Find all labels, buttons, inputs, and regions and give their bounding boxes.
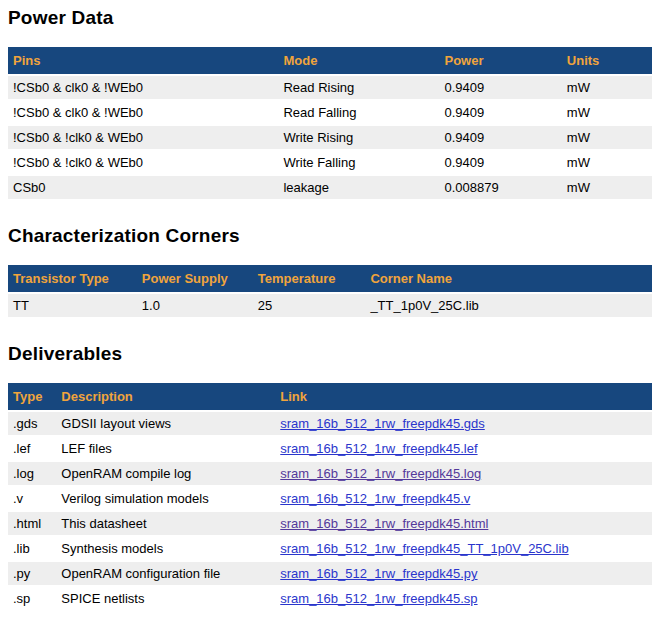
table-row: .pyOpenRAM configuration filesram_16b_51… [8,562,652,585]
section-power-data: Power Data PinsModePowerUnits!CSb0 & clk… [8,7,652,201]
cell: 25 [253,294,366,317]
link-cell: sram_16b_512_1rw_freepdk45.log [275,462,652,485]
column-header-pins: Pins [8,47,278,74]
column-header-type: Type [8,383,56,410]
cell: OpenRAM compile log [56,462,275,485]
cell: 0.008879 [439,176,561,199]
characterization-corners-table: Transistor TypePower SupplyTemperatureCo… [8,263,652,319]
column-header-power: Power [439,47,561,74]
column-header-link: Link [275,383,652,410]
header-row: TypeDescriptionLink [8,383,652,410]
cell: .lib [8,537,56,560]
cell: 0.9409 [439,101,561,124]
cell: 0.9409 [439,126,561,149]
table-row: !CSb0 & !clk0 & WEb0Write Falling0.9409m… [8,151,652,174]
table-row: .lefLEF filessram_16b_512_1rw_freepdk45.… [8,437,652,460]
cell: OpenRAM configuration file [56,562,275,585]
cell: .log [8,462,56,485]
cell: Write Falling [278,151,439,174]
cell: .lef [8,437,56,460]
file-link[interactable]: sram_16b_512_1rw_freepdk45.log [280,466,481,481]
table-row: CSb0leakage0.008879mW [8,176,652,199]
cell: 0.9409 [439,151,561,174]
table-row: !CSb0 & clk0 & !WEb0Read Rising0.9409mW [8,76,652,99]
file-link[interactable]: sram_16b_512_1rw_freepdk45.sp [280,591,477,606]
cell: 1.0 [137,294,253,317]
cell: TT [8,294,137,317]
column-header-mode: Mode [278,47,439,74]
cell: !CSb0 & clk0 & !WEb0 [8,76,278,99]
file-link[interactable]: sram_16b_512_1rw_freepdk45.html [280,516,488,531]
cell: mW [562,76,652,99]
file-link[interactable]: sram_16b_512_1rw_freepdk45.gds [280,416,485,431]
table-row: !CSb0 & !clk0 & WEb0Write Rising0.9409mW [8,126,652,149]
column-header-corner-name: Corner Name [365,265,652,292]
power-data-table: PinsModePowerUnits!CSb0 & clk0 & !WEb0Re… [8,45,652,201]
characterization-corners-heading: Characterization Corners [8,225,652,247]
cell: Write Rising [278,126,439,149]
cell: GDSII layout views [56,412,275,435]
cell: mW [562,176,652,199]
cell: CSb0 [8,176,278,199]
file-link[interactable]: sram_16b_512_1rw_freepdk45_TT_1p0V_25C.l… [280,541,568,556]
cell: SPICE netlists [56,587,275,610]
cell: .py [8,562,56,585]
cell: 0.9409 [439,76,561,99]
cell: LEF files [56,437,275,460]
link-cell: sram_16b_512_1rw_freepdk45_TT_1p0V_25C.l… [275,537,652,560]
deliverables-heading: Deliverables [8,343,652,365]
cell: .html [8,512,56,535]
table-row: .gdsGDSII layout viewssram_16b_512_1rw_f… [8,412,652,435]
section-deliverables: Deliverables TypeDescriptionLink.gdsGDSI… [8,343,652,612]
cell: !CSb0 & clk0 & !WEb0 [8,101,278,124]
column-header-transistor-type: Transistor Type [8,265,137,292]
file-link[interactable]: sram_16b_512_1rw_freepdk45.py [280,566,477,581]
cell: .gds [8,412,56,435]
header-row: PinsModePowerUnits [8,47,652,74]
table-row: !CSb0 & clk0 & !WEb0Read Falling0.9409mW [8,101,652,124]
cell: .v [8,487,56,510]
power-data-heading: Power Data [8,7,652,29]
cell: _TT_1p0V_25C.lib [365,294,652,317]
deliverables-table: TypeDescriptionLink.gdsGDSII layout view… [8,381,652,612]
column-header-power-supply: Power Supply [137,265,253,292]
cell: leakage [278,176,439,199]
table-row: .spSPICE netlistssram_16b_512_1rw_freepd… [8,587,652,610]
cell: !CSb0 & !clk0 & WEb0 [8,151,278,174]
link-cell: sram_16b_512_1rw_freepdk45.py [275,562,652,585]
file-link[interactable]: sram_16b_512_1rw_freepdk45.lef [280,441,477,456]
cell: !CSb0 & !clk0 & WEb0 [8,126,278,149]
table-row: .logOpenRAM compile logsram_16b_512_1rw_… [8,462,652,485]
cell: This datasheet [56,512,275,535]
link-cell: sram_16b_512_1rw_freepdk45.gds [275,412,652,435]
cell: Synthesis models [56,537,275,560]
cell: Verilog simulation models [56,487,275,510]
link-cell: sram_16b_512_1rw_freepdk45.lef [275,437,652,460]
header-row: Transistor TypePower SupplyTemperatureCo… [8,265,652,292]
column-header-description: Description [56,383,275,410]
cell: .sp [8,587,56,610]
table-row: .libSynthesis modelssram_16b_512_1rw_fre… [8,537,652,560]
datasheet-page: Power Data PinsModePowerUnits!CSb0 & clk… [0,7,660,631]
table-row: .vVerilog simulation modelssram_16b_512_… [8,487,652,510]
cell: Read Rising [278,76,439,99]
cell: mW [562,151,652,174]
column-header-temperature: Temperature [253,265,366,292]
cell: mW [562,101,652,124]
table-row: .htmlThis datasheetsram_16b_512_1rw_free… [8,512,652,535]
cell: mW [562,126,652,149]
link-cell: sram_16b_512_1rw_freepdk45.v [275,487,652,510]
link-cell: sram_16b_512_1rw_freepdk45.sp [275,587,652,610]
link-cell: sram_16b_512_1rw_freepdk45.html [275,512,652,535]
table-row: TT1.025_TT_1p0V_25C.lib [8,294,652,317]
column-header-units: Units [562,47,652,74]
file-link[interactable]: sram_16b_512_1rw_freepdk45.v [280,491,470,506]
cell: Read Falling [278,101,439,124]
section-characterization-corners: Characterization Corners Transistor Type… [8,225,652,319]
